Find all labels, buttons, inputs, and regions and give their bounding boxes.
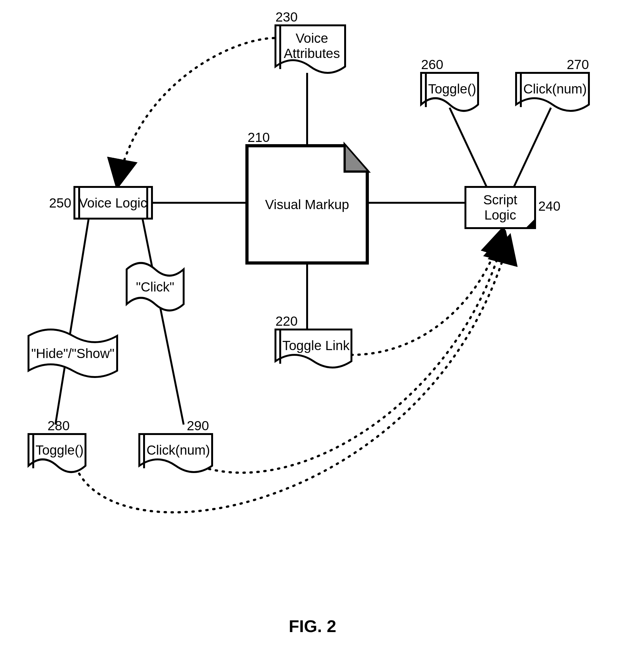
ref-num-230: 230 <box>275 9 298 24</box>
ref-num-220: 220 <box>275 314 298 329</box>
label-voice-attributes-l2: Attributes <box>284 46 340 61</box>
ref-num-270: 270 <box>567 57 589 72</box>
ref-num-280: 280 <box>48 418 70 433</box>
flag-click: "Click" <box>127 263 184 311</box>
label-flag-hide-show: "Hide"/"Show" <box>31 346 115 361</box>
label-script-logic-l1: Script <box>483 192 517 207</box>
node-script-logic: 240 Script Logic <box>466 187 560 228</box>
label-toggle-fn-a: Toggle() <box>428 81 476 96</box>
figure-label: FIG. 2 <box>289 617 336 635</box>
node-toggle-fn-b: 280 Toggle() <box>28 418 85 472</box>
node-visual-markup: 210 Visual Markup <box>247 130 367 263</box>
label-toggle-link: Toggle Link <box>282 338 350 353</box>
label-toggle-fn-b: Toggle() <box>35 442 83 457</box>
label-click-fn-a: Click(num) <box>523 81 587 96</box>
node-toggle-fn-a: 260 Toggle() <box>421 57 478 111</box>
label-visual-markup: Visual Markup <box>265 197 349 212</box>
flag-hide-show: "Hide"/"Show" <box>28 330 117 377</box>
ref-num-260: 260 <box>421 57 443 72</box>
svg-line-5 <box>514 108 551 187</box>
label-script-logic-l2: Logic <box>484 208 516 222</box>
ref-num-290: 290 <box>187 418 209 433</box>
label-click-fn-b: Click(num) <box>147 442 210 457</box>
ref-num-240: 240 <box>538 199 560 214</box>
ref-num-250: 250 <box>49 195 71 210</box>
label-voice-logic: Voice Logic <box>79 195 147 210</box>
svg-line-7 <box>143 219 184 425</box>
ref-num-210: 210 <box>248 130 270 145</box>
node-voice-attributes: 230 Voice Attributes <box>275 9 345 73</box>
node-click-fn-b: 290 Click(num) <box>139 418 212 472</box>
node-toggle-link: 220 Toggle Link <box>275 314 351 367</box>
node-click-fn-a: 270 Click(num) <box>516 57 589 111</box>
node-voice-logic: 250 Voice Logic <box>49 187 152 219</box>
svg-line-4 <box>450 108 486 187</box>
label-flag-click: "Click" <box>136 280 174 294</box>
svg-line-6 <box>55 219 89 425</box>
label-voice-attributes-l1: Voice <box>296 31 328 46</box>
